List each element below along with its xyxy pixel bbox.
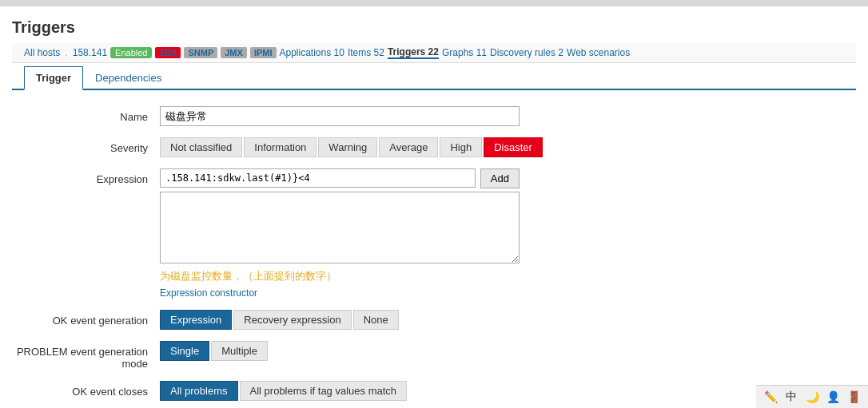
ok-closes-row: OK event closes All problems All problem…	[16, 381, 852, 401]
name-row: Name	[16, 106, 852, 126]
graphs-link[interactable]: Graphs 11	[442, 47, 487, 58]
host-ip-link[interactable]: 158.141	[73, 47, 107, 58]
ok-event-label: OK event generation	[16, 310, 160, 327]
web-scenarios-link[interactable]: Web scenarios	[567, 47, 630, 58]
bottom-bar: ✏️ 中 🌙 👤 🚪	[756, 385, 868, 408]
expression-row: Expression Add 为磁盘监控数量，（上面提到的数字） Express…	[16, 168, 852, 299]
expression-comment: 为磁盘监控数量，（上面提到的数字）	[160, 266, 520, 287]
items-link[interactable]: Items 52	[348, 47, 384, 58]
name-label: Name	[16, 106, 160, 123]
expression-textarea[interactable]	[160, 192, 520, 263]
expression-container: Add 为磁盘监控数量，（上面提到的数字） Expression constru…	[160, 168, 520, 299]
problem-event-single[interactable]: Single	[160, 341, 209, 361]
ok-closes-all-problems[interactable]: All problems	[160, 381, 238, 401]
ok-event-buttons: Expression Recovery expression None	[160, 310, 399, 330]
problem-event-label: PROBLEM event generation mode	[16, 341, 160, 370]
page-title: Triggers	[12, 14, 856, 43]
ok-event-row: OK event generation Expression Recovery …	[16, 310, 852, 330]
problem-event-buttons: Single Multiple	[160, 341, 268, 361]
tab-trigger[interactable]: Trigger	[24, 66, 83, 90]
tabs-bar: Trigger Dependencies	[12, 66, 856, 90]
ok-closes-label: OK event closes	[16, 381, 160, 398]
tab-dependencies[interactable]: Dependencies	[83, 66, 173, 90]
ipmi-badge: IPMI	[250, 47, 277, 58]
severity-row: Severity Not classified Information Warn…	[16, 137, 852, 157]
applications-link[interactable]: Applications 10	[280, 47, 344, 58]
triggers-link[interactable]: Triggers 22	[388, 46, 439, 59]
expression-input[interactable]	[160, 168, 476, 188]
logout-icon[interactable]: 🚪	[846, 389, 862, 405]
expression-input-row: Add	[160, 168, 520, 188]
severity-warning[interactable]: Warning	[318, 137, 377, 157]
edit-icon[interactable]: ✏️	[762, 389, 778, 405]
severity-information[interactable]: Information	[244, 137, 317, 157]
problem-event-multiple[interactable]: Multiple	[211, 341, 268, 361]
user-icon[interactable]: 👤	[825, 389, 841, 405]
name-input[interactable]	[160, 106, 520, 126]
snmp-badge: SNMP	[184, 47, 217, 58]
severity-average[interactable]: Average	[379, 137, 438, 157]
zbx-badge: ZBX	[155, 47, 181, 58]
page-header: Triggers All hosts . 158.141 Enabled ZBX…	[0, 6, 868, 94]
expression-text-area-wrapper: 为磁盘监控数量，（上面提到的数字）	[160, 192, 520, 287]
severity-label: Severity	[16, 137, 160, 154]
severity-high[interactable]: High	[440, 137, 482, 157]
jmx-badge: JMX	[221, 47, 247, 58]
nav-separator: .	[65, 47, 67, 58]
ok-closes-tag-match[interactable]: All problems if tag values match	[240, 381, 408, 401]
severity-buttons: Not classified Information Warning Avera…	[160, 137, 543, 157]
enabled-badge: Enabled	[110, 47, 152, 58]
ok-event-expression[interactable]: Expression	[160, 310, 232, 330]
expression-constructor-link[interactable]: Expression constructor	[160, 287, 257, 299]
expression-label: Expression	[16, 168, 160, 185]
expression-add-button[interactable]: Add	[480, 168, 520, 188]
lang-icon[interactable]: 中	[783, 389, 799, 405]
ok-event-none[interactable]: None	[353, 310, 399, 330]
page-wrapper: Triggers All hosts . 158.141 Enabled ZBX…	[0, 6, 868, 408]
ok-closes-buttons: All problems All problems if tag values …	[160, 381, 407, 401]
problem-event-row: PROBLEM event generation mode Single Mul…	[16, 341, 852, 370]
host-nav: All hosts . 158.141 Enabled ZBX SNMP JMX…	[12, 43, 856, 63]
severity-disaster[interactable]: Disaster	[484, 137, 543, 157]
ok-event-recovery[interactable]: Recovery expression	[233, 310, 351, 330]
top-bar	[0, 0, 868, 6]
all-hosts-link[interactable]: All hosts	[24, 47, 60, 58]
discovery-rules-link[interactable]: Discovery rules 2	[490, 47, 563, 58]
moon-icon[interactable]: 🌙	[804, 389, 820, 405]
severity-not-classified[interactable]: Not classified	[160, 137, 242, 157]
form-area: Name Severity Not classified Information…	[0, 94, 868, 408]
